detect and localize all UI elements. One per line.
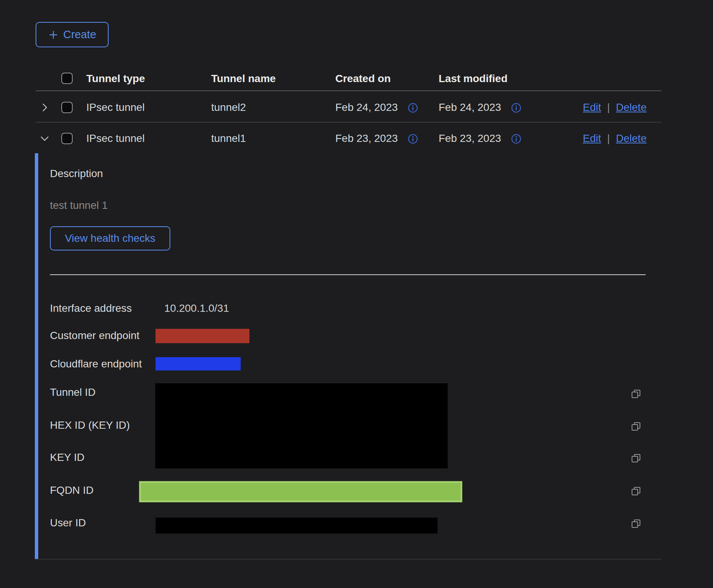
customer-endpoint-label: Customer endpoint [50, 330, 140, 342]
action-separator: | [607, 132, 610, 145]
user-id-redacted-value [156, 518, 437, 534]
description-value: test tunnel 1 [50, 199, 108, 212]
create-button-label: Create [63, 28, 96, 41]
interface-address-label: Interface address [50, 302, 132, 314]
tunnel-name-cell: tunnel2 [211, 101, 246, 114]
ids-redacted-value-block [155, 383, 448, 468]
copy-hex-id-button[interactable] [630, 421, 642, 432]
created-on-cell: Feb 23, 2023 [335, 132, 398, 145]
copy-icon [630, 453, 642, 464]
table-row-tunnel2: IPsec tunnel tunnel2 Feb 24, 2023 Feb 24… [36, 101, 662, 114]
fqdn-id-label: FQDN ID [50, 484, 93, 496]
key-id-label: KEY ID [50, 451, 84, 464]
copy-icon [630, 518, 642, 529]
cloudflare-endpoint-label: Cloudflare endpoint [50, 358, 142, 370]
tunnels-page: Create Tunnel type Tunnel name Created o… [0, 0, 713, 588]
row-checkbox-tunnel2[interactable] [61, 102, 73, 113]
info-icon[interactable] [511, 103, 522, 113]
create-button[interactable]: Create [36, 22, 109, 47]
row-checkbox-tunnel1[interactable] [61, 133, 73, 144]
column-header-tunnel-name: Tunnel name [211, 73, 276, 85]
row-divider [36, 122, 662, 123]
description-label: Description [50, 168, 103, 180]
last-modified-cell: Feb 23, 2023 [439, 132, 501, 145]
info-icon[interactable] [511, 134, 522, 144]
info-icon[interactable] [408, 134, 418, 144]
column-header-tunnel-type: Tunnel type [86, 73, 145, 85]
customer-endpoint-redacted-value [156, 329, 249, 343]
tunnel-type-cell: IPsec tunnel [86, 101, 145, 114]
copy-user-id-button[interactable] [630, 518, 642, 529]
select-all-checkbox[interactable] [61, 73, 73, 84]
column-header-created-on: Created on [335, 73, 391, 85]
view-health-checks-label: View health checks [65, 232, 155, 244]
edit-link-tunnel2[interactable]: Edit [583, 101, 601, 114]
copy-icon [630, 421, 642, 432]
interface-address-value: 10.200.1.0/31 [164, 302, 229, 314]
delete-link-tunnel1[interactable]: Delete [616, 132, 647, 145]
table-row-tunnel1: IPsec tunnel tunnel1 Feb 23, 2023 Feb 23… [36, 132, 662, 145]
hex-id-label: HEX ID (KEY ID) [50, 419, 130, 431]
fqdn-id-redacted-value [139, 481, 462, 502]
tunnel-id-label: Tunnel ID [50, 386, 95, 398]
tunnel-type-cell: IPsec tunnel [86, 132, 145, 145]
expanded-row-bottom-divider [35, 559, 662, 560]
view-health-checks-button[interactable]: View health checks [50, 226, 170, 250]
copy-icon [630, 388, 642, 400]
chevron-right-icon[interactable] [39, 102, 50, 113]
edit-link-tunnel1[interactable]: Edit [583, 132, 601, 145]
copy-fqdn-id-button[interactable] [630, 485, 642, 497]
copy-key-id-button[interactable] [630, 453, 642, 464]
column-header-last-modified: Last modified [439, 73, 508, 85]
cloudflare-endpoint-redacted-value [156, 357, 241, 370]
detail-divider [50, 274, 646, 275]
created-on-cell: Feb 24, 2023 [335, 101, 398, 114]
chevron-down-icon[interactable] [39, 133, 50, 144]
table-header-row: Tunnel type Tunnel name Created on Last … [36, 73, 662, 86]
delete-link-tunnel2[interactable]: Delete [616, 101, 647, 114]
plus-icon [48, 30, 59, 40]
expanded-row-accent-bar [35, 153, 38, 559]
tunnel-name-cell: tunnel1 [211, 132, 246, 145]
user-id-label: User ID [50, 517, 86, 529]
info-icon[interactable] [408, 103, 418, 113]
copy-icon [630, 485, 642, 497]
copy-tunnel-id-button[interactable] [630, 388, 642, 400]
action-separator: | [607, 101, 610, 114]
last-modified-cell: Feb 24, 2023 [439, 101, 501, 114]
header-divider [36, 90, 662, 91]
